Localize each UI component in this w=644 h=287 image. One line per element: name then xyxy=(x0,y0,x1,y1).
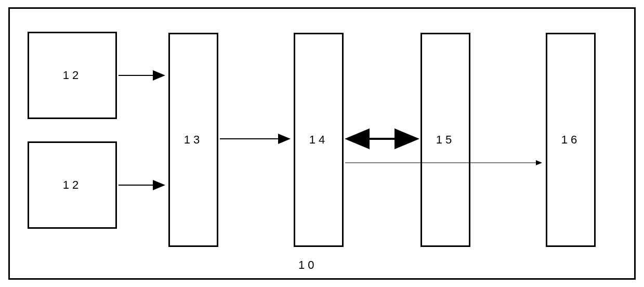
block-14-label: 14 xyxy=(309,133,328,147)
block-13: 13 xyxy=(168,33,218,247)
block-12b: 12 xyxy=(28,141,117,229)
block-14: 14 xyxy=(294,33,344,247)
container-label: 10 xyxy=(298,258,317,272)
block-13-label: 13 xyxy=(184,133,203,147)
block-12b-label: 12 xyxy=(63,178,82,192)
block-15: 15 xyxy=(420,33,470,247)
block-16-label: 16 xyxy=(561,133,580,147)
block-12a: 12 xyxy=(28,32,117,119)
container-outer: 12 12 13 14 15 16 10 xyxy=(8,7,636,280)
block-12a-label: 12 xyxy=(63,69,82,82)
block-15-label: 15 xyxy=(436,133,455,147)
block-16: 16 xyxy=(546,33,596,247)
